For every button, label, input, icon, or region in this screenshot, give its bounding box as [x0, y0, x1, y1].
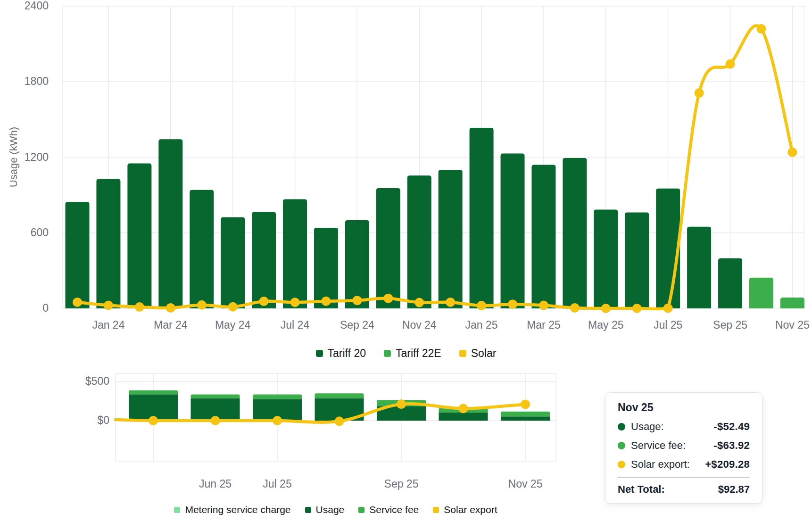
solar-point[interactable] — [446, 298, 455, 307]
x-axis-tick-label: Jan 24 — [92, 319, 124, 331]
tariff-20-bar[interactable] — [687, 227, 711, 308]
legend-label: Solar — [471, 347, 497, 360]
tooltip-row-label: Usage: — [631, 421, 664, 433]
solar-export-point[interactable] — [273, 416, 282, 425]
usage-bar[interactable] — [501, 416, 550, 421]
service-fee-bar[interactable] — [315, 393, 364, 398]
tariff-20-bar[interactable] — [625, 212, 649, 308]
solar-point[interactable] — [290, 298, 300, 307]
solar-point[interactable] — [787, 148, 797, 157]
tariff-20-bar[interactable] — [656, 189, 680, 308]
solar-point[interactable] — [477, 301, 486, 310]
solar-point[interactable] — [570, 303, 580, 313]
tariff-20-bar[interactable] — [314, 228, 338, 308]
legend-item-usage[interactable]: Usage — [305, 504, 345, 515]
tariff-20-bar[interactable] — [190, 190, 214, 308]
usage-chart-legend: Tariff 20 Tariff 22E Solar — [0, 346, 812, 360]
tariff-22e-bar[interactable] — [780, 298, 804, 308]
service-fee-bar[interactable] — [253, 395, 302, 399]
energy-dashboard: 0600120018002400Usage (kWh)Jan 24Mar 24M… — [0, 0, 812, 522]
y-axis-tick-label: 1200 — [25, 151, 49, 163]
tariff-20-bar[interactable] — [470, 128, 494, 308]
x-axis-tick-label: Sep 25 — [384, 478, 419, 490]
legend-item-service-fee[interactable]: Service fee — [358, 504, 419, 515]
tooltip-row-value: -$52.49 — [713, 421, 750, 433]
solar-point[interactable] — [135, 302, 144, 312]
tariff-20-bar[interactable] — [221, 217, 245, 308]
tariff-20-bar[interactable] — [127, 164, 151, 308]
solar-point[interactable] — [414, 298, 424, 307]
legend-item-solar-export[interactable]: Solar export — [433, 504, 497, 515]
tooltip-row-value: +$209.28 — [705, 458, 750, 471]
solar-point[interactable] — [166, 303, 175, 313]
legend-item-tariff20[interactable]: Tariff 20 — [316, 347, 366, 360]
solar-export-point[interactable] — [149, 416, 158, 425]
legend-item-tariff22e[interactable]: Tariff 22E — [384, 347, 441, 360]
tariff-20-bar[interactable] — [407, 175, 431, 308]
legend-item-solar[interactable]: Solar — [459, 347, 497, 360]
solar-line — [77, 25, 792, 309]
solar-point[interactable] — [321, 297, 331, 306]
y-axis-tick-label: 2400 — [25, 0, 49, 12]
tooltip-row-service-fee: Service fee: -$63.92 — [618, 439, 750, 453]
tooltip-card: Nov 25 Usage: -$52.49 Service fee: -$63.… — [605, 392, 762, 504]
tariff-20-bar[interactable] — [439, 170, 463, 308]
solar-point[interactable] — [228, 302, 238, 312]
solar-point[interactable] — [539, 301, 548, 310]
tariff-20-bar[interactable] — [531, 165, 555, 308]
service-fee-bar[interactable] — [501, 412, 550, 417]
solar-export-point[interactable] — [397, 399, 406, 409]
tariff-20-bar[interactable] — [501, 153, 525, 308]
solar-point[interactable] — [601, 304, 611, 313]
usage-swatch-icon — [305, 507, 311, 513]
tariff-20-bar[interactable] — [96, 179, 120, 308]
tariff-20-bar[interactable] — [718, 258, 742, 308]
solar-export-point[interactable] — [211, 416, 220, 425]
tooltip-total-label: Net Total: — [618, 483, 665, 496]
tooltip-row-usage: Usage: -$52.49 — [618, 420, 750, 434]
service-fee-bar[interactable] — [191, 395, 240, 398]
tariff-20-bar[interactable] — [283, 199, 307, 308]
solar-export-point[interactable] — [459, 404, 468, 413]
y-axis-tick-label: $500 — [85, 375, 109, 387]
x-axis-tick-label: Sep 24 — [340, 319, 374, 331]
solar-point[interactable] — [663, 303, 673, 313]
solar-point[interactable] — [726, 59, 735, 69]
solar-point[interactable] — [756, 24, 766, 33]
legend-label: Metering service charge — [185, 504, 290, 515]
x-axis-tick-label: Mar 24 — [154, 319, 188, 331]
x-axis-tick-label: Jul 25 — [263, 478, 291, 490]
legend-label: Tariff 20 — [328, 347, 366, 360]
solar-point[interactable] — [73, 298, 82, 307]
tariff-20-bar[interactable] — [345, 220, 369, 308]
solar-export-point[interactable] — [521, 399, 530, 409]
solar-point[interactable] — [383, 294, 393, 303]
legend-label: Usage — [316, 504, 345, 515]
solar-point[interactable] — [632, 304, 642, 313]
y-axis-tick-label: 0 — [42, 302, 49, 314]
tariff-20-bar[interactable] — [594, 210, 618, 308]
tooltip-total-value: $92.87 — [718, 483, 750, 496]
x-axis-tick-label: May 25 — [588, 319, 623, 331]
service-fee-bar[interactable] — [129, 390, 178, 395]
solar-point[interactable] — [104, 301, 113, 310]
solar-export-point[interactable] — [335, 416, 344, 426]
usage-dot-icon — [618, 423, 625, 431]
y-axis-tick-label: 600 — [31, 226, 49, 239]
tariff-22e-bar[interactable] — [749, 278, 773, 308]
service-fee-swatch-icon — [358, 507, 365, 513]
solar-point[interactable] — [259, 297, 269, 306]
tariff-20-bar[interactable] — [376, 188, 400, 308]
solar-point[interactable] — [695, 88, 704, 98]
solar-point[interactable] — [352, 296, 362, 305]
solar-point[interactable] — [508, 299, 517, 309]
tariff-20-bar[interactable] — [252, 212, 276, 308]
tariff20-swatch-icon — [316, 350, 323, 357]
usage-bar[interactable] — [439, 413, 488, 421]
tariff-20-bar[interactable] — [66, 202, 90, 308]
tariff-20-bar[interactable] — [563, 158, 587, 308]
solar-point[interactable] — [197, 300, 207, 310]
tariff-20-bar[interactable] — [158, 139, 182, 308]
x-axis-tick-label: Nov 24 — [402, 319, 437, 331]
legend-item-metering[interactable]: Metering service charge — [174, 504, 290, 515]
